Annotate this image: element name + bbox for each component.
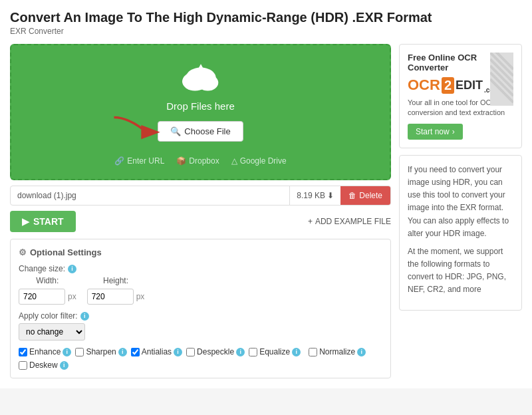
height-label: Height: [103, 276, 128, 285]
width-group: Width: px [19, 276, 76, 305]
description-panel: If you need to convert your image using … [399, 155, 522, 311]
despeckle-label: Despeckle [197, 347, 234, 356]
description-para1: If you need to convert your image using … [408, 164, 513, 240]
despeckle-info-icon[interactable]: i [236, 348, 245, 356]
google-drive-icon: △ [231, 156, 237, 166]
delete-button[interactable]: 🗑 Delete [340, 186, 390, 205]
color-filter-select[interactable]: no change grayscale sepia invert [19, 323, 85, 341]
width-label: Width: [36, 276, 59, 285]
normalize-info-icon[interactable]: i [357, 348, 366, 356]
file-row: download (1).jpg 8.19 KB ⬇ 🗑 Delete [10, 186, 391, 206]
upload-cloud-icon [178, 59, 224, 95]
sharpen-info-icon[interactable]: i [118, 348, 127, 356]
ad-logo-edit: EDIT [456, 78, 483, 92]
color-filter-group: Apply color filter: i no change grayscal… [19, 311, 382, 341]
height-px-label: px [136, 292, 145, 301]
trash-icon: 🗑 [348, 191, 356, 200]
start-button[interactable]: ▶ START [10, 211, 76, 232]
google-drive-link[interactable]: △ Google Drive [231, 156, 287, 166]
equalize-info-icon[interactable]: i [292, 348, 301, 356]
equalize-checkbox-item: Equalize i [249, 347, 301, 356]
enhance-checkbox-item: Enhance i [19, 347, 71, 356]
ad-panel: Free Online OCR Converter OCR 2 EDIT .co… [399, 44, 522, 148]
color-filter-label: Apply color filter: i [19, 311, 382, 321]
description-para2: At the moment, we support the following … [408, 245, 513, 297]
antialias-info-icon[interactable]: i [174, 348, 182, 356]
normalize-checkbox-item: Normalize i [309, 347, 366, 356]
ad-stripes-icon [490, 53, 513, 106]
despeckle-checkbox-item: Despeckle i [186, 347, 245, 356]
right-panel: Free Online OCR Converter OCR 2 EDIT .co… [399, 44, 522, 378]
gear-icon: ⚙ [19, 247, 27, 257]
normalize-checkbox[interactable] [309, 348, 317, 356]
choose-file-button[interactable]: 🔍 Choose File [158, 121, 243, 142]
chevron-right-icon: › [452, 127, 455, 136]
file-size: 8.19 KB ⬇ [289, 186, 340, 205]
arrow-indicator-icon [111, 114, 164, 141]
size-inputs: Width: px Height: px [19, 276, 382, 305]
play-icon: ▶ [22, 216, 29, 227]
dropbox-icon: 📦 [176, 156, 186, 166]
dropbox-link[interactable]: 📦 Dropbox [176, 156, 219, 166]
enhance-info-icon[interactable]: i [63, 348, 71, 356]
despeckle-checkbox[interactable] [186, 348, 195, 356]
deskew-checkbox[interactable] [19, 361, 27, 370]
plus-icon: + [308, 217, 313, 226]
color-filter-info-icon[interactable]: i [80, 312, 89, 321]
sharpen-label: Sharpen [86, 347, 116, 356]
sharpen-checkbox[interactable] [75, 348, 84, 356]
action-row: ▶ START + ADD EXAMPLE FILE [10, 211, 391, 232]
antialias-label: Antialias [142, 347, 172, 356]
change-size-info-icon[interactable]: i [68, 265, 76, 273]
change-size-group: Change size: i Width: px Height: [19, 264, 382, 305]
enhance-checkbox[interactable] [19, 348, 27, 356]
add-example-button[interactable]: + ADD EXAMPLE FILE [308, 217, 391, 226]
ad-logo-2: 2 [442, 77, 454, 94]
normalize-label: Normalize [319, 347, 355, 356]
antialias-checkbox-item: Antialias i [131, 347, 182, 356]
antialias-checkbox[interactable] [131, 348, 140, 356]
width-input[interactable] [19, 289, 65, 305]
file-name: download (1).jpg [11, 186, 289, 205]
page-title: Convert An Image To The High Dynamic-Ran… [10, 10, 522, 25]
ocr-text: OCR [408, 76, 440, 94]
width-px-label: px [68, 292, 76, 301]
change-size-label: Change size: i [19, 264, 382, 273]
deskew-info-icon[interactable]: i [60, 361, 68, 370]
deskew-checkbox-item: Deskew i [19, 360, 68, 370]
settings-title: ⚙ Optional Settings [19, 247, 382, 257]
checkboxes-row: Enhance i Sharpen i Antialias i [19, 347, 382, 370]
enter-url-link[interactable]: 🔗 Enter URL [114, 156, 164, 166]
upload-area[interactable]: Drop Files here 🔍 Choose File [10, 44, 391, 180]
enhance-label: Enhance [29, 347, 61, 356]
height-group: Height: px [87, 276, 145, 305]
deskew-label: Deskew [29, 360, 58, 370]
svg-rect-4 [198, 72, 203, 83]
height-input[interactable] [87, 289, 134, 305]
ad-start-button[interactable]: Start now › [408, 124, 463, 140]
sharpen-checkbox-item: Sharpen i [75, 347, 126, 356]
equalize-label: Equalize [259, 347, 290, 356]
link-icon: 🔗 [114, 156, 124, 166]
settings-panel: ⚙ Optional Settings Change size: i Width… [10, 239, 391, 378]
search-icon: 🔍 [170, 126, 181, 136]
equalize-checkbox[interactable] [249, 348, 257, 356]
page-subtitle: EXR Converter [10, 27, 522, 36]
drop-text: Drop Files here [166, 100, 235, 112]
